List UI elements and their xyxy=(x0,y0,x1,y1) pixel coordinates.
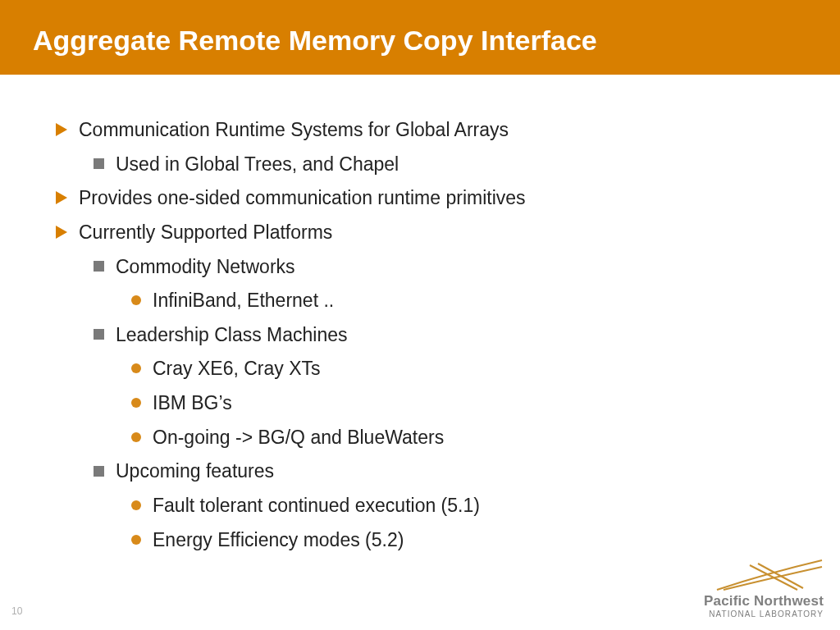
bullet-level3: InfiniBand, Ethernet .. xyxy=(131,286,799,316)
bullet-level2: Commodity Networks xyxy=(94,253,799,282)
bullet-text: Communication Runtime Systems for Global… xyxy=(79,119,509,140)
arrow-icon xyxy=(56,226,67,239)
logo-subtitle: NATIONAL LABORATORY xyxy=(701,609,824,619)
bullet-level3: Cray XE6, Cray XTs xyxy=(131,354,799,384)
bullet-level2: Used in Global Trees, and Chapel xyxy=(94,150,799,180)
dot-icon xyxy=(131,295,141,305)
bullet-text: Provides one-sided communication runtime… xyxy=(79,187,526,208)
logo-swoosh-icon xyxy=(701,559,824,593)
bullet-text: Commodity Networks xyxy=(116,256,295,277)
pnnl-logo: Pacific Northwest NATIONAL LABORATORY xyxy=(701,559,824,619)
square-icon xyxy=(94,158,104,169)
bullet-level1: Provides one-sided communication runtime… xyxy=(56,184,799,213)
bullet-text: Currently Supported Platforms xyxy=(79,221,332,243)
bullet-level3: IBM BG’s xyxy=(131,389,799,418)
bullet-text: Used in Global Trees, and Chapel xyxy=(116,153,399,175)
bullet-level2: Leadership Class Machines xyxy=(94,321,799,350)
bullet-text: Energy Efficiency modes (5.2) xyxy=(153,529,404,550)
bullet-level2: Upcoming features xyxy=(94,457,799,486)
page-number: 10 xyxy=(11,605,22,617)
bullet-level3: Energy Efficiency modes (5.2) xyxy=(131,526,799,555)
slide-title: Aggregate Remote Memory Copy Interface xyxy=(33,25,807,57)
square-icon xyxy=(94,329,104,340)
arrow-icon xyxy=(56,191,67,204)
dot-icon xyxy=(131,432,141,442)
logo-name: Pacific Northwest xyxy=(701,593,824,609)
dot-icon xyxy=(131,535,141,545)
arrow-icon xyxy=(56,123,67,136)
dot-icon xyxy=(131,500,141,510)
bullet-text: Fault tolerant continued execution (5.1) xyxy=(153,495,480,516)
slide-content: Communication Runtime Systems for Global… xyxy=(0,75,840,555)
bullet-level1: Currently Supported Platforms xyxy=(56,218,799,248)
bullet-text: IBM BG’s xyxy=(153,392,232,413)
bullet-level3: Fault tolerant continued execution (5.1) xyxy=(131,491,799,521)
square-icon xyxy=(94,466,104,477)
dot-icon xyxy=(131,363,141,373)
bullet-text: On-going -> BG/Q and BlueWaters xyxy=(153,427,444,448)
bullet-text: Leadership Class Machines xyxy=(116,324,348,345)
bullet-text: Upcoming features xyxy=(116,460,274,482)
square-icon xyxy=(94,261,104,272)
slide-header: Aggregate Remote Memory Copy Interface xyxy=(0,0,840,75)
dot-icon xyxy=(131,398,141,408)
bullet-text: InfiniBand, Ethernet .. xyxy=(153,290,334,311)
bullet-text: Cray XE6, Cray XTs xyxy=(153,358,321,379)
bullet-level3: On-going -> BG/Q and BlueWaters xyxy=(131,423,799,453)
bullet-level1: Communication Runtime Systems for Global… xyxy=(56,116,799,145)
